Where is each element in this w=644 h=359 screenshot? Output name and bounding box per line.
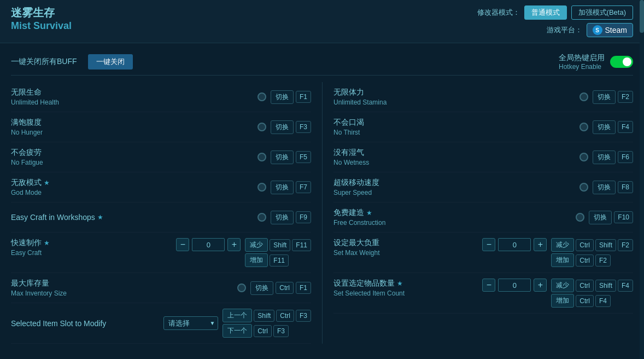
- set-item-count-input[interactable]: [498, 279, 531, 292]
- unlimited-health-row: 无限生命 Unlimited Health 切换 F1: [11, 82, 311, 112]
- set-max-weight-minus[interactable]: −: [482, 238, 495, 251]
- set-max-weight-inc-label[interactable]: 增加: [551, 253, 574, 267]
- item-slot-ctrl-next[interactable]: Ctrl: [254, 325, 272, 337]
- god-mode-en: God Mode: [11, 189, 253, 196]
- max-inventory-switch-btn[interactable]: 切换: [250, 281, 273, 295]
- easy-craft-shift-key[interactable]: Shift: [270, 239, 290, 251]
- max-inventory-toggle[interactable]: [237, 283, 246, 292]
- unlimited-stamina-hotkey[interactable]: F2: [618, 91, 633, 103]
- free-construction-switch-btn[interactable]: 切换: [589, 211, 612, 224]
- item-slot-f3-prev[interactable]: F3: [296, 310, 311, 322]
- beta-mode-button[interactable]: 加强模式(Beta): [571, 5, 633, 20]
- title-section: 迷雾生存 Mist Survival: [11, 5, 72, 32]
- hotkey-section: 全局热键启用 Hotkey Enable: [559, 53, 633, 71]
- no-fatigue-switch-btn[interactable]: 切换: [271, 150, 294, 164]
- free-construction-row: 免费建造 ★ Free Construction 切换 F10: [333, 202, 633, 233]
- scrollbar-thumb[interactable]: [640, 0, 644, 33]
- unlimited-health-hotkey[interactable]: F1: [296, 91, 311, 103]
- set-item-count-ctrl-inc[interactable]: Ctrl: [576, 295, 594, 307]
- set-item-count-ctrl-dec[interactable]: Ctrl: [576, 280, 594, 292]
- no-thirst-toggle[interactable]: [579, 123, 588, 131]
- set-max-weight-en: Set Max Weight: [333, 249, 478, 257]
- item-slot-select-wrapper: 请选择 ▼: [163, 316, 218, 330]
- no-wetness-toggle[interactable]: [579, 153, 588, 161]
- no-hunger-switch-btn[interactable]: 切换: [271, 120, 294, 134]
- set-max-weight-f2-inc[interactable]: F2: [595, 254, 611, 267]
- set-max-weight-dec-label[interactable]: 减少: [551, 238, 574, 252]
- easy-craft-dec-label[interactable]: 减少: [245, 238, 268, 252]
- item-slot-ctrl-prev[interactable]: Ctrl: [276, 310, 294, 322]
- no-thirst-hotkey[interactable]: F4: [618, 121, 633, 133]
- super-speed-toggle[interactable]: [579, 183, 588, 192]
- easy-craft-workshop-toggle[interactable]: [257, 213, 266, 222]
- super-speed-switch-btn[interactable]: 切换: [593, 181, 616, 194]
- unlimited-stamina-toggle[interactable]: [579, 92, 588, 101]
- easy-craft-workshop-hotkey[interactable]: F9: [296, 211, 311, 223]
- normal-mode-button[interactable]: 普通模式: [524, 5, 567, 20]
- item-slot-f3-next[interactable]: F3: [273, 325, 289, 337]
- set-item-count-dec-label[interactable]: 减少: [551, 279, 574, 292]
- god-mode-hotkey[interactable]: F7: [296, 181, 311, 193]
- easy-craft-cn: 快速制作 ★: [11, 238, 172, 248]
- set-max-weight-shift-dec[interactable]: Shift: [595, 239, 616, 251]
- no-fatigue-toggle[interactable]: [257, 153, 266, 161]
- set-max-weight-ctrl-inc[interactable]: Ctrl: [576, 254, 594, 267]
- item-slot-select[interactable]: 请选择: [163, 316, 218, 330]
- close-all-button[interactable]: 一键关闭: [88, 54, 133, 70]
- no-wetness-hotkey[interactable]: F6: [618, 151, 633, 163]
- easy-craft-input[interactable]: [192, 238, 225, 251]
- easy-craft-info: 快速制作 ★ Easy Craft: [11, 238, 172, 257]
- easy-craft-f11-dec-key[interactable]: F11: [292, 239, 311, 251]
- no-wetness-switch-btn[interactable]: 切换: [593, 150, 616, 164]
- unlimited-stamina-controls: 切换 F2: [593, 90, 633, 104]
- item-slot-prev-label[interactable]: 上一个: [223, 309, 252, 322]
- max-inventory-row: 最大库存量 Max Inventory Size 切换 Ctrl F1: [11, 273, 311, 303]
- free-construction-toggle[interactable]: [576, 213, 584, 222]
- set-item-count-f4-dec[interactable]: F4: [618, 280, 633, 292]
- set-item-count-plus[interactable]: +: [534, 279, 547, 292]
- max-inventory-f1-key[interactable]: F1: [296, 282, 311, 294]
- unlimited-health-info: 无限生命 Unlimited Health: [11, 88, 253, 106]
- god-mode-toggle[interactable]: [257, 183, 266, 192]
- set-max-weight-input[interactable]: [498, 238, 531, 251]
- unlimited-health-switch-btn[interactable]: 切换: [271, 90, 294, 104]
- easy-craft-inc-label[interactable]: 增加: [245, 253, 268, 267]
- set-max-weight-ctrl-dec[interactable]: Ctrl: [576, 239, 594, 251]
- set-item-count-inc-label[interactable]: 增加: [551, 294, 574, 308]
- set-max-weight-f2-dec[interactable]: F2: [618, 239, 633, 251]
- easy-craft-plus[interactable]: +: [227, 238, 241, 251]
- item-slot-hotkeys: 上一个 Shift Ctrl F3 下一个 Ctrl F3: [223, 309, 311, 338]
- set-item-count-star-icon: ★: [397, 280, 403, 287]
- no-hunger-hotkey[interactable]: F3: [296, 121, 311, 133]
- set-max-weight-info: 设定最大负重 Set Max Weight: [333, 238, 478, 257]
- god-mode-switch-btn[interactable]: 切换: [271, 181, 294, 194]
- set-item-count-info: 设置选定物品数量 ★ Set Selected Item Count: [333, 279, 478, 297]
- easy-craft-workshop-switch-btn[interactable]: 切换: [271, 211, 294, 224]
- no-thirst-cn: 不会口渴: [333, 118, 575, 128]
- hotkey-toggle[interactable]: [610, 56, 633, 68]
- item-slot-shift-key[interactable]: Shift: [254, 310, 274, 322]
- steam-button[interactable]: S Steam: [587, 23, 633, 37]
- unlimited-health-toggle[interactable]: [257, 92, 266, 101]
- set-item-count-shift-dec[interactable]: Shift: [595, 280, 616, 292]
- easy-craft-inc-row: 增加 F11: [245, 253, 311, 267]
- super-speed-hotkey[interactable]: F8: [618, 181, 633, 193]
- set-item-count-minus[interactable]: −: [482, 279, 495, 292]
- title-chinese: 迷雾生存: [11, 5, 72, 20]
- no-thirst-switch-btn[interactable]: 切换: [593, 120, 616, 134]
- platform-label: 游戏平台：: [547, 25, 582, 35]
- easy-craft-workshop-info: Easy Craft in Workshops ★: [11, 213, 253, 222]
- no-hunger-toggle[interactable]: [257, 123, 266, 131]
- set-max-weight-plus[interactable]: +: [534, 238, 547, 251]
- unlimited-stamina-switch-btn[interactable]: 切换: [593, 90, 616, 104]
- super-speed-info: 超级移动速度 Super Speed: [333, 178, 575, 196]
- easy-craft-minus[interactable]: −: [176, 238, 189, 251]
- free-construction-hotkey[interactable]: F10: [614, 211, 633, 223]
- item-slot-next-label[interactable]: 下一个: [223, 324, 252, 338]
- easy-craft-f11-inc-key[interactable]: F11: [270, 254, 289, 267]
- set-item-count-hotkeys: 减少 Ctrl Shift F4 增加 Ctrl F4: [551, 279, 633, 308]
- no-fatigue-hotkey[interactable]: F5: [296, 151, 311, 163]
- item-slot-cn: Selected Item Slot to Modify: [11, 319, 159, 328]
- set-item-count-f4-inc[interactable]: F4: [595, 295, 611, 307]
- max-inventory-ctrl-key[interactable]: Ctrl: [276, 282, 294, 294]
